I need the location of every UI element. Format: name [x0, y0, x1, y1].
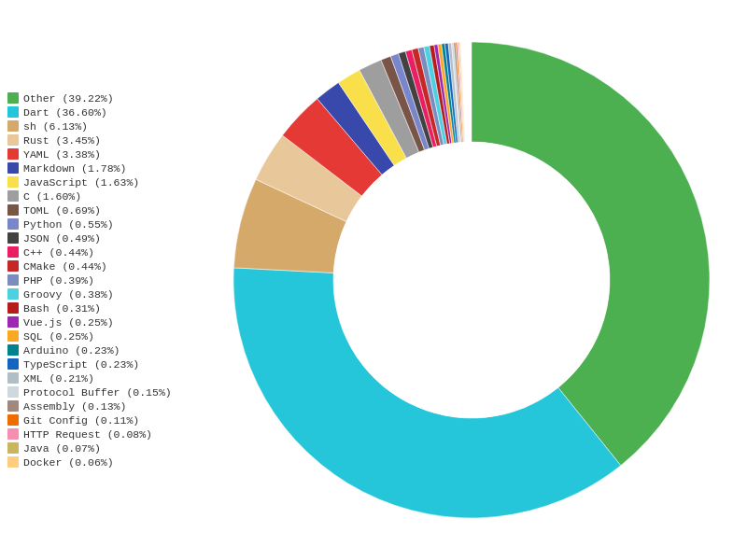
- legend-label-text: Arduino (0.23%): [23, 344, 120, 357]
- chart-area: [196, 19, 747, 541]
- legend-label-text: Bash (0.31%): [23, 302, 101, 315]
- legend-label-text: Protocol Buffer (0.15%): [23, 386, 172, 399]
- legend-color-box: [7, 288, 19, 300]
- legend-label-text: SQL (0.25%): [23, 330, 94, 343]
- legend-label-text: C++ (0.44%): [23, 246, 94, 259]
- legend-item: C++ (0.44%): [7, 246, 189, 259]
- legend-color-box: [7, 176, 19, 188]
- legend-item: Arduino (0.23%): [7, 344, 189, 357]
- legend-color-box: [7, 106, 19, 118]
- legend-label-text: YAML (3.38%): [23, 148, 101, 161]
- legend-label-text: Docker (0.06%): [23, 456, 114, 469]
- legend-color-box: [7, 246, 19, 258]
- legend-label-text: JavaScript (1.63%): [23, 176, 139, 189]
- legend-color-box: [7, 92, 19, 104]
- legend-item: Bash (0.31%): [7, 302, 189, 315]
- legend-item: Dart (36.60%): [7, 106, 189, 119]
- legend-label-text: C (1.60%): [23, 190, 81, 203]
- legend-item: Protocol Buffer (0.15%): [7, 386, 189, 399]
- legend-label-text: Git Config (0.11%): [23, 414, 139, 427]
- legend-label-text: Other (39.22%): [23, 92, 114, 105]
- legend-item: Markdown (1.78%): [7, 162, 189, 175]
- legend-item: TypeScript (0.23%): [7, 358, 189, 371]
- legend-color-box: [7, 302, 19, 314]
- legend-label-text: XML (0.21%): [23, 372, 94, 385]
- legend-item: Rust (3.45%): [7, 134, 189, 147]
- main-container: Other (39.22%)Dart (36.60%)sh (6.13%)Rus…: [0, 0, 747, 560]
- legend-color-box: [7, 330, 19, 342]
- legend-item: Other (39.22%): [7, 92, 189, 105]
- legend-label-text: TOML (0.69%): [23, 204, 101, 217]
- legend-label-text: sh (6.13%): [23, 120, 88, 133]
- legend-color-box: [7, 204, 19, 216]
- legend-label-text: Vue.js (0.25%): [23, 316, 114, 329]
- legend-item: JavaScript (1.63%): [7, 176, 189, 189]
- legend-color-box: [7, 134, 19, 146]
- legend-label-text: Java (0.07%): [23, 442, 101, 455]
- legend-item: CMake (0.44%): [7, 260, 189, 273]
- donut-chart: [210, 19, 733, 541]
- legend-item: Docker (0.06%): [7, 456, 189, 469]
- donut-hole: [333, 142, 610, 418]
- legend-item: TOML (0.69%): [7, 204, 189, 217]
- legend-color-box: [7, 148, 19, 160]
- legend-item: HTTP Request (0.08%): [7, 428, 189, 441]
- legend-color-box: [7, 358, 19, 370]
- legend-label-text: Python (0.55%): [23, 218, 114, 231]
- legend-item: sh (6.13%): [7, 120, 189, 133]
- legend-color-box: [7, 162, 19, 174]
- legend-item: JSON (0.49%): [7, 232, 189, 245]
- legend-label-text: PHP (0.39%): [23, 274, 94, 287]
- legend-color-box: [7, 232, 19, 244]
- legend-color-box: [7, 120, 19, 132]
- legend-item: Git Config (0.11%): [7, 414, 189, 427]
- legend-color-box: [7, 414, 19, 426]
- legend-color-box: [7, 274, 19, 286]
- legend-color-box: [7, 344, 19, 356]
- legend-label-text: Dart (36.60%): [23, 106, 107, 119]
- legend-label-text: Groovy (0.38%): [23, 288, 114, 301]
- legend-color-box: [7, 456, 19, 468]
- legend-color-box: [7, 386, 19, 398]
- legend-item: PHP (0.39%): [7, 274, 189, 287]
- legend-color-box: [7, 218, 19, 230]
- legend-label-text: HTTP Request (0.08%): [23, 428, 152, 441]
- legend-label-text: JSON (0.49%): [23, 232, 101, 245]
- legend-item: SQL (0.25%): [7, 330, 189, 343]
- legend-item: Groovy (0.38%): [7, 288, 189, 301]
- legend-color-box: [7, 372, 19, 384]
- legend-label-text: CMake (0.44%): [23, 260, 107, 273]
- legend-color-box: [7, 190, 19, 202]
- legend-color-box: [7, 400, 19, 412]
- legend-item: Vue.js (0.25%): [7, 316, 189, 329]
- legend-item: C (1.60%): [7, 190, 189, 203]
- legend-label-text: Assembly (0.13%): [23, 400, 126, 413]
- legend-item: YAML (3.38%): [7, 148, 189, 161]
- legend-color-box: [7, 428, 19, 440]
- legend-label-text: Markdown (1.78%): [23, 162, 126, 175]
- legend-label-text: TypeScript (0.23%): [23, 358, 139, 371]
- legend-label-text: Rust (3.45%): [23, 134, 101, 147]
- legend-item: Assembly (0.13%): [7, 400, 189, 413]
- legend-color-box: [7, 442, 19, 454]
- legend-item: Python (0.55%): [7, 218, 189, 231]
- legend-item: Java (0.07%): [7, 442, 189, 455]
- legend-color-box: [7, 260, 19, 272]
- legend-item: XML (0.21%): [7, 372, 189, 385]
- legend-color-box: [7, 316, 19, 328]
- legend: Other (39.22%)Dart (36.60%)sh (6.13%)Rus…: [0, 83, 196, 478]
